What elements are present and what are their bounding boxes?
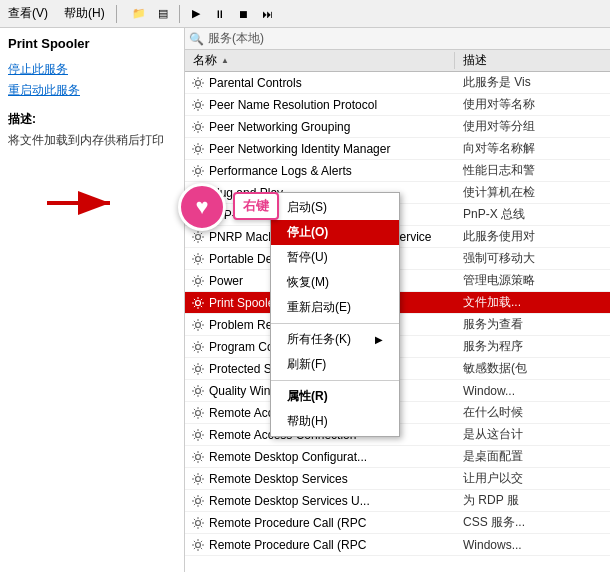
service-row[interactable]: Performance Logs & Alerts性能日志和警 <box>185 160 610 182</box>
service-desc-cell: CSS 服务... <box>455 514 610 531</box>
service-icon <box>191 142 205 156</box>
context-menu-item-4[interactable]: 重新启动(E) <box>271 295 399 320</box>
ctx-item-label: 启动(S) <box>287 199 327 216</box>
service-icon <box>191 98 205 112</box>
restart-service-link[interactable]: 重启动此服务 <box>8 82 176 99</box>
toolbar-list-btn[interactable]: ▤ <box>152 3 174 25</box>
service-name-cell: Remote Desktop Configurat... <box>185 450 455 464</box>
svg-point-9 <box>196 278 201 283</box>
service-name-cell: Performance Logs & Alerts <box>185 164 455 178</box>
service-icon <box>191 362 205 376</box>
context-menu-item-6[interactable]: 刷新(F) <box>271 352 399 377</box>
svg-point-2 <box>196 124 201 129</box>
service-row[interactable]: Remote Procedure Call (RPCCSS 服务... <box>185 512 610 534</box>
context-menu-item-8[interactable]: 帮助(H) <box>271 409 399 434</box>
service-name-text: Remote Desktop Configurat... <box>209 450 367 464</box>
svg-point-3 <box>196 146 201 151</box>
service-icon <box>191 120 205 134</box>
svg-point-21 <box>196 542 201 547</box>
service-desc-cell: 管理电源策略 <box>455 272 610 289</box>
service-name-cell: Peer Name Resolution Protocol <box>185 98 455 112</box>
service-row[interactable]: Peer Networking Identity Manager向对等名称解 <box>185 138 610 160</box>
ctx-item-label: 属性(R) <box>287 388 328 405</box>
context-menu-item-2[interactable]: 暂停(U) <box>271 245 399 270</box>
service-name-cell: Peer Networking Identity Manager <box>185 142 455 156</box>
toolbar-folder-btn[interactable]: 📁 <box>128 3 150 25</box>
service-desc-cell: Window... <box>455 384 610 398</box>
col-header-name[interactable]: 名称 ▲ <box>185 52 455 69</box>
toolbar: 查看(V) 帮助(H) 📁 ▤ ▶ ⏸ ⏹ ⏭ <box>0 0 610 28</box>
svg-point-11 <box>196 322 201 327</box>
service-name-text: Performance Logs & Alerts <box>209 164 352 178</box>
service-desc-cell: 向对等名称解 <box>455 140 610 157</box>
service-desc-cell: 在什么时候 <box>455 404 610 421</box>
service-icon <box>191 296 205 310</box>
service-name-text: Power <box>209 274 243 288</box>
svg-point-5 <box>196 190 201 195</box>
context-menu-item-7[interactable]: 属性(R) <box>271 384 399 409</box>
menu-view[interactable]: 查看(V) <box>4 3 52 24</box>
service-icon <box>191 230 205 244</box>
col-desc-label: 描述 <box>463 53 487 67</box>
toolbar-pause-btn[interactable]: ⏸ <box>209 3 231 25</box>
svg-point-12 <box>196 344 201 349</box>
service-row[interactable]: Remote Desktop Services让用户以交 <box>185 468 610 490</box>
svg-point-10 <box>196 300 201 305</box>
submenu-arrow-icon: ▶ <box>375 334 383 345</box>
service-row[interactable]: Remote Procedure Call (RPCWindows... <box>185 534 610 556</box>
service-row[interactable]: Remote Desktop Services U...为 RDP 服 <box>185 490 610 512</box>
svg-point-0 <box>196 80 201 85</box>
col-header-desc[interactable]: 描述 <box>455 52 610 69</box>
ctx-item-label: 恢复(M) <box>287 274 329 291</box>
service-name-text: Peer Name Resolution Protocol <box>209 98 377 112</box>
ctx-item-label: 所有任务(K) <box>287 331 351 348</box>
toolbar-play-btn[interactable]: ▶ <box>185 3 207 25</box>
service-desc-cell: 使用对等分组 <box>455 118 610 135</box>
stop-service-link[interactable]: 停止此服务 <box>8 61 176 78</box>
context-menu-item-5[interactable]: 所有任务(K)▶ <box>271 327 399 352</box>
svg-point-1 <box>196 102 201 107</box>
column-headers: 名称 ▲ 描述 <box>185 50 610 72</box>
menu-help[interactable]: 帮助(H) <box>60 3 109 24</box>
svg-point-6 <box>196 212 201 217</box>
icon-separator <box>179 5 180 23</box>
service-name-title: Print Spooler <box>8 36 176 51</box>
sort-arrow-icon: ▲ <box>221 56 229 65</box>
col-name-label: 名称 <box>193 52 217 69</box>
context-menu-item-3[interactable]: 恢复(M) <box>271 270 399 295</box>
services-header: 🔍 服务(本地) <box>185 28 610 50</box>
service-desc-cell: 性能日志和警 <box>455 162 610 179</box>
service-icon <box>191 516 205 530</box>
service-row[interactable]: Parental Controls此服务是 Vis <box>185 72 610 94</box>
ctx-item-label: 停止(O) <box>287 224 328 241</box>
toolbar-stop-btn[interactable]: ⏹ <box>233 3 255 25</box>
service-row[interactable]: Peer Networking Grouping使用对等分组 <box>185 116 610 138</box>
service-name-text: Remote Desktop Services <box>209 472 348 486</box>
svg-point-17 <box>196 454 201 459</box>
service-desc-cell: 使计算机在检 <box>455 184 610 201</box>
ctx-item-label: 暂停(U) <box>287 249 328 266</box>
ctx-item-label: 刷新(F) <box>287 356 326 373</box>
toolbar-resume-btn[interactable]: ⏭ <box>257 3 279 25</box>
svg-point-14 <box>196 388 201 393</box>
service-icon <box>191 428 205 442</box>
service-icon <box>191 472 205 486</box>
context-menu-item-0[interactable]: 启动(S) <box>271 195 399 220</box>
service-icon <box>191 384 205 398</box>
service-name-text: Remote Procedure Call (RPC <box>209 538 366 552</box>
svg-point-8 <box>196 256 201 261</box>
context-menu-separator <box>271 380 399 381</box>
service-icon <box>191 538 205 552</box>
service-row[interactable]: Remote Desktop Configurat...是桌面配置 <box>185 446 610 468</box>
service-name-text: Remote Procedure Call (RPC <box>209 516 366 530</box>
service-name-cell: Parental Controls <box>185 76 455 90</box>
service-name-cell: Remote Desktop Services U... <box>185 494 455 508</box>
context-menu-item-1[interactable]: 停止(O) <box>271 220 399 245</box>
service-name-text: Peer Networking Grouping <box>209 120 350 134</box>
svg-point-18 <box>196 476 201 481</box>
svg-point-4 <box>196 168 201 173</box>
toolbar-separator <box>116 5 117 23</box>
service-icon <box>191 76 205 90</box>
service-desc-cell: PnP-X 总线 <box>455 206 610 223</box>
service-row[interactable]: Peer Name Resolution Protocol使用对等名称 <box>185 94 610 116</box>
